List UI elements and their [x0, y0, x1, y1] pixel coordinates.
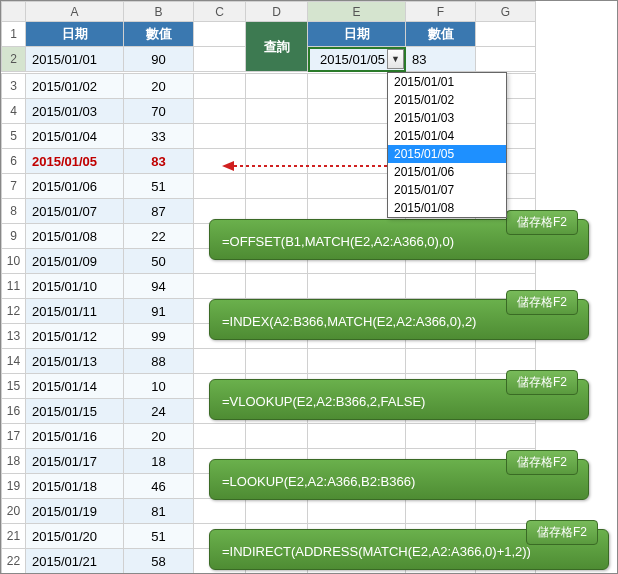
- cell-A10[interactable]: 2015/01/09: [26, 249, 124, 274]
- cell-F11[interactable]: [406, 274, 476, 299]
- cell-C17[interactable]: [194, 424, 246, 449]
- cell-C11[interactable]: [194, 274, 246, 299]
- dropdown-option[interactable]: 2015/01/03: [388, 109, 506, 127]
- cell-D4[interactable]: [246, 99, 308, 124]
- row-header-2[interactable]: 2: [2, 47, 26, 72]
- row-header-12[interactable]: 12: [2, 299, 26, 324]
- cell-B16[interactable]: 24: [124, 399, 194, 424]
- cell-B11[interactable]: 94: [124, 274, 194, 299]
- col-header-C[interactable]: C: [194, 2, 246, 22]
- select-all-corner[interactable]: [2, 2, 26, 22]
- row-header-3[interactable]: 3: [2, 74, 26, 99]
- cell-D3[interactable]: [246, 74, 308, 99]
- row-header-6[interactable]: 6: [2, 149, 26, 174]
- cell-A22[interactable]: 2015/01/21: [26, 549, 124, 574]
- cell-C4[interactable]: [194, 99, 246, 124]
- row-header-21[interactable]: 21: [2, 524, 26, 549]
- cell-B9[interactable]: 22: [124, 224, 194, 249]
- cell-F14[interactable]: [406, 349, 476, 374]
- cell-C7[interactable]: [194, 174, 246, 199]
- cell-E11[interactable]: [308, 274, 406, 299]
- cell-B13[interactable]: 99: [124, 324, 194, 349]
- cell-B7[interactable]: 51: [124, 174, 194, 199]
- cell-A21[interactable]: 2015/01/20: [26, 524, 124, 549]
- cell-B15[interactable]: 10: [124, 374, 194, 399]
- cell-C1[interactable]: [194, 22, 246, 47]
- cell-A19[interactable]: 2015/01/18: [26, 474, 124, 499]
- cell-F20[interactable]: [406, 499, 476, 524]
- cell-D17[interactable]: [246, 424, 308, 449]
- dropdown-option[interactable]: 2015/01/06: [388, 163, 506, 181]
- cell-G17[interactable]: [476, 424, 536, 449]
- cell-A9[interactable]: 2015/01/08: [26, 224, 124, 249]
- row-header-10[interactable]: 10: [2, 249, 26, 274]
- cell-B5[interactable]: 33: [124, 124, 194, 149]
- cell-G2[interactable]: [476, 47, 536, 72]
- cell-F2-result[interactable]: 83: [406, 47, 476, 72]
- cell-B8[interactable]: 87: [124, 199, 194, 224]
- cell-A6[interactable]: 2015/01/05: [26, 149, 124, 174]
- row-header-9[interactable]: 9: [2, 224, 26, 249]
- row-header-16[interactable]: 16: [2, 399, 26, 424]
- cell-B6[interactable]: 83: [124, 149, 194, 174]
- row-header-4[interactable]: 4: [2, 99, 26, 124]
- cell-A3[interactable]: 2015/01/02: [26, 74, 124, 99]
- cell-B20[interactable]: 81: [124, 499, 194, 524]
- cell-B3[interactable]: 20: [124, 74, 194, 99]
- cell-C2[interactable]: [194, 47, 246, 72]
- row-header-19[interactable]: 19: [2, 474, 26, 499]
- cell-A12[interactable]: 2015/01/11: [26, 299, 124, 324]
- row-header-18[interactable]: 18: [2, 449, 26, 474]
- dropdown-option[interactable]: 2015/01/02: [388, 91, 506, 109]
- row-header-22[interactable]: 22: [2, 549, 26, 574]
- dropdown-option[interactable]: 2015/01/05: [388, 145, 506, 163]
- cell-A7[interactable]: 2015/01/06: [26, 174, 124, 199]
- col-header-B[interactable]: B: [124, 2, 194, 22]
- cell-B22[interactable]: 58: [124, 549, 194, 574]
- col-header-A[interactable]: A: [26, 2, 124, 22]
- cell-D14[interactable]: [246, 349, 308, 374]
- cell-E20[interactable]: [308, 499, 406, 524]
- cell-D7[interactable]: [246, 174, 308, 199]
- cell-A14[interactable]: 2015/01/13: [26, 349, 124, 374]
- col-header-D[interactable]: D: [246, 2, 308, 22]
- cell-B12[interactable]: 91: [124, 299, 194, 324]
- cell-A13[interactable]: 2015/01/12: [26, 324, 124, 349]
- row-header-7[interactable]: 7: [2, 174, 26, 199]
- cell-D20[interactable]: [246, 499, 308, 524]
- cell-E17[interactable]: [308, 424, 406, 449]
- cell-A11[interactable]: 2015/01/10: [26, 274, 124, 299]
- cell-D11[interactable]: [246, 274, 308, 299]
- cell-F17[interactable]: [406, 424, 476, 449]
- row-header-14[interactable]: 14: [2, 349, 26, 374]
- cell-E2-date-input[interactable]: 2015/01/05 ▼: [308, 47, 406, 72]
- cell-A15[interactable]: 2015/01/14: [26, 374, 124, 399]
- col-header-E[interactable]: E: [308, 2, 406, 22]
- cell-A4[interactable]: 2015/01/03: [26, 99, 124, 124]
- cell-A2[interactable]: 2015/01/01: [26, 47, 124, 72]
- row-header-15[interactable]: 15: [2, 374, 26, 399]
- row-header-17[interactable]: 17: [2, 424, 26, 449]
- date-dropdown-list[interactable]: 2015/01/012015/01/022015/01/032015/01/04…: [387, 72, 507, 218]
- cell-D5[interactable]: [246, 124, 308, 149]
- dropdown-option[interactable]: 2015/01/01: [388, 73, 506, 91]
- cell-G20[interactable]: [476, 499, 536, 524]
- cell-A20[interactable]: 2015/01/19: [26, 499, 124, 524]
- row-header-5[interactable]: 5: [2, 124, 26, 149]
- cell-G1[interactable]: [476, 22, 536, 47]
- cell-A16[interactable]: 2015/01/15: [26, 399, 124, 424]
- row-header-13[interactable]: 13: [2, 324, 26, 349]
- cell-B17[interactable]: 20: [124, 424, 194, 449]
- row-header-20[interactable]: 20: [2, 499, 26, 524]
- row-header-8[interactable]: 8: [2, 199, 26, 224]
- cell-C20[interactable]: [194, 499, 246, 524]
- cell-A17[interactable]: 2015/01/16: [26, 424, 124, 449]
- cell-B21[interactable]: 51: [124, 524, 194, 549]
- cell-B14[interactable]: 88: [124, 349, 194, 374]
- cell-B18[interactable]: 18: [124, 449, 194, 474]
- dropdown-option[interactable]: 2015/01/08: [388, 199, 506, 217]
- row-header-11[interactable]: 11: [2, 274, 26, 299]
- cell-C14[interactable]: [194, 349, 246, 374]
- col-header-F[interactable]: F: [406, 2, 476, 22]
- row-header-1[interactable]: 1: [2, 22, 26, 47]
